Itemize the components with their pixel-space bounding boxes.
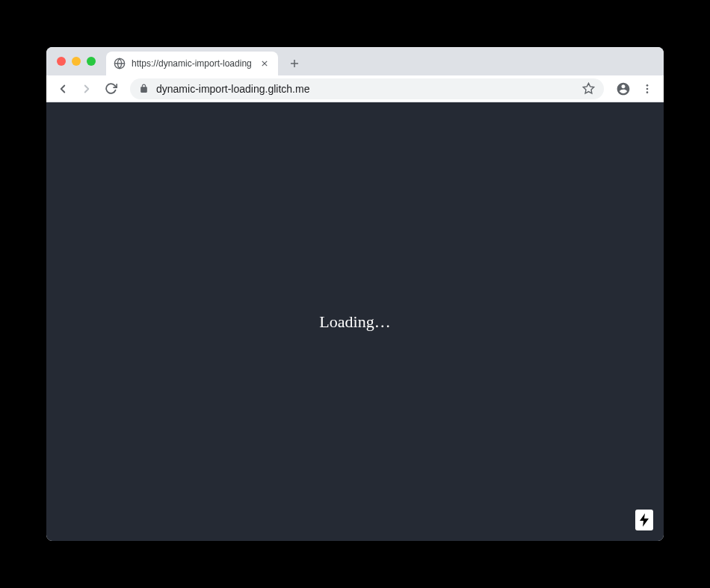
url-text: dynamic-import-loading.glitch.me	[156, 83, 575, 95]
browser-window: https://dynamic-import-loading	[46, 47, 664, 541]
profile-button[interactable]	[613, 78, 634, 99]
new-tab-button[interactable]	[284, 53, 305, 74]
svg-marker-2	[583, 83, 593, 93]
browser-tab[interactable]: https://dynamic-import-loading	[106, 52, 278, 75]
glitch-badge[interactable]	[635, 510, 653, 530]
reload-button[interactable]	[100, 78, 121, 99]
tab-bar: https://dynamic-import-loading	[46, 47, 664, 75]
maximize-window-button[interactable]	[87, 57, 96, 66]
lightning-icon	[640, 513, 649, 527]
toolbar-right	[613, 78, 658, 99]
forward-button[interactable]	[76, 78, 97, 99]
tab-title: https://dynamic-import-loading	[132, 58, 253, 69]
menu-button[interactable]	[637, 78, 658, 99]
lock-icon	[139, 84, 149, 93]
svg-point-5	[646, 91, 649, 93]
svg-point-3	[646, 84, 649, 87]
back-button[interactable]	[52, 78, 73, 99]
page-content: Loading…	[46, 102, 664, 541]
close-window-button[interactable]	[57, 57, 66, 66]
svg-point-4	[646, 87, 649, 90]
globe-icon	[114, 58, 126, 69]
close-tab-button[interactable]	[259, 58, 271, 69]
window-controls	[57, 57, 96, 66]
address-bar[interactable]: dynamic-import-loading.glitch.me	[130, 78, 604, 99]
loading-text: Loading…	[319, 312, 390, 332]
bookmark-star-icon[interactable]	[582, 82, 595, 95]
minimize-window-button[interactable]	[72, 57, 81, 66]
browser-toolbar: dynamic-import-loading.glitch.me	[46, 75, 664, 102]
